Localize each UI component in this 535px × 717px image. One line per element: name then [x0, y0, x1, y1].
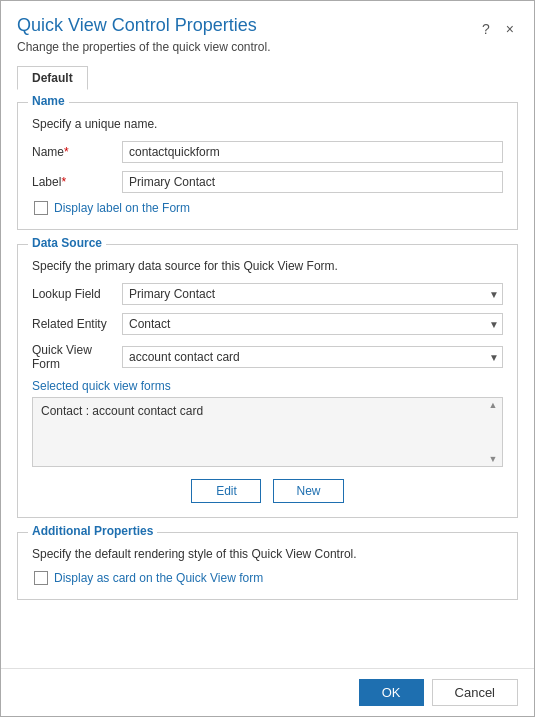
quick-view-form-row: Quick View Form account contact card ▼ — [32, 343, 503, 371]
selected-forms-scrollbar: ▲ ▼ — [486, 400, 500, 464]
dialog-body: Default Name Specify a unique name. Name… — [1, 58, 534, 668]
dialog-footer: OK Cancel — [1, 668, 534, 716]
cancel-button[interactable]: Cancel — [432, 679, 518, 706]
edit-new-buttons-row: Edit New — [32, 479, 503, 503]
display-card-checkbox[interactable] — [34, 571, 48, 585]
label-input[interactable] — [122, 171, 503, 193]
data-source-desc: Specify the primary data source for this… — [32, 259, 503, 273]
tabs-bar: Default — [17, 66, 518, 90]
related-entity-select-wrapper: Contact ▼ — [122, 313, 503, 335]
dialog-title: Quick View Control Properties — [17, 15, 478, 36]
related-entity-row: Related Entity Contact ▼ — [32, 313, 503, 335]
related-entity-label: Related Entity — [32, 317, 122, 331]
quick-view-dialog: Quick View Control Properties Change the… — [0, 0, 535, 717]
quick-view-form-select-wrapper: account contact card ▼ — [122, 346, 503, 368]
additional-section: Additional Properties Specify the defaul… — [17, 532, 518, 600]
display-label-text[interactable]: Display label on the Form — [54, 201, 190, 215]
scroll-down-icon[interactable]: ▼ — [489, 454, 498, 464]
dialog-title-area: Quick View Control Properties Change the… — [17, 15, 478, 54]
dialog-subtitle: Change the properties of the quick view … — [17, 40, 478, 54]
additional-section-desc: Specify the default rendering style of t… — [32, 547, 503, 561]
dialog-header: Quick View Control Properties Change the… — [1, 1, 534, 58]
additional-section-legend: Additional Properties — [28, 524, 157, 538]
name-section-legend: Name — [28, 94, 69, 108]
display-label-row: Display label on the Form — [34, 201, 503, 215]
edit-button[interactable]: Edit — [191, 479, 261, 503]
selected-forms-box: Contact : account contact card ▲ ▼ — [32, 397, 503, 467]
name-input[interactable] — [122, 141, 503, 163]
name-section-desc: Specify a unique name. — [32, 117, 503, 131]
lookup-field-select-wrapper: Primary Contact ▼ — [122, 283, 503, 305]
selected-form-entry: Contact : account contact card — [41, 404, 203, 418]
related-entity-select[interactable]: Contact — [122, 313, 503, 335]
close-button[interactable]: × — [502, 19, 518, 39]
tab-default[interactable]: Default — [17, 66, 88, 90]
quick-view-form-label: Quick View Form — [32, 343, 122, 371]
name-label: Name* — [32, 145, 122, 159]
new-button[interactable]: New — [273, 479, 343, 503]
label-row: Label* — [32, 171, 503, 193]
name-row: Name* — [32, 141, 503, 163]
scroll-up-icon[interactable]: ▲ — [489, 400, 498, 410]
dialog-header-icons: ? × — [478, 15, 518, 39]
data-source-section: Data Source Specify the primary data sou… — [17, 244, 518, 518]
display-label-checkbox[interactable] — [34, 201, 48, 215]
lookup-field-label: Lookup Field — [32, 287, 122, 301]
lookup-field-row: Lookup Field Primary Contact ▼ — [32, 283, 503, 305]
data-source-legend: Data Source — [28, 236, 106, 250]
name-required-star: * — [64, 145, 69, 159]
lookup-field-select[interactable]: Primary Contact — [122, 283, 503, 305]
label-label: Label* — [32, 175, 122, 189]
label-required-star: * — [61, 175, 66, 189]
quick-view-form-select[interactable]: account contact card — [122, 346, 503, 368]
ok-button[interactable]: OK — [359, 679, 424, 706]
display-card-row: Display as card on the Quick View form — [34, 571, 503, 585]
name-section: Name Specify a unique name. Name* Label*… — [17, 102, 518, 230]
selected-forms-label: Selected quick view forms — [32, 379, 503, 393]
help-button[interactable]: ? — [478, 19, 494, 39]
display-card-text[interactable]: Display as card on the Quick View form — [54, 571, 263, 585]
